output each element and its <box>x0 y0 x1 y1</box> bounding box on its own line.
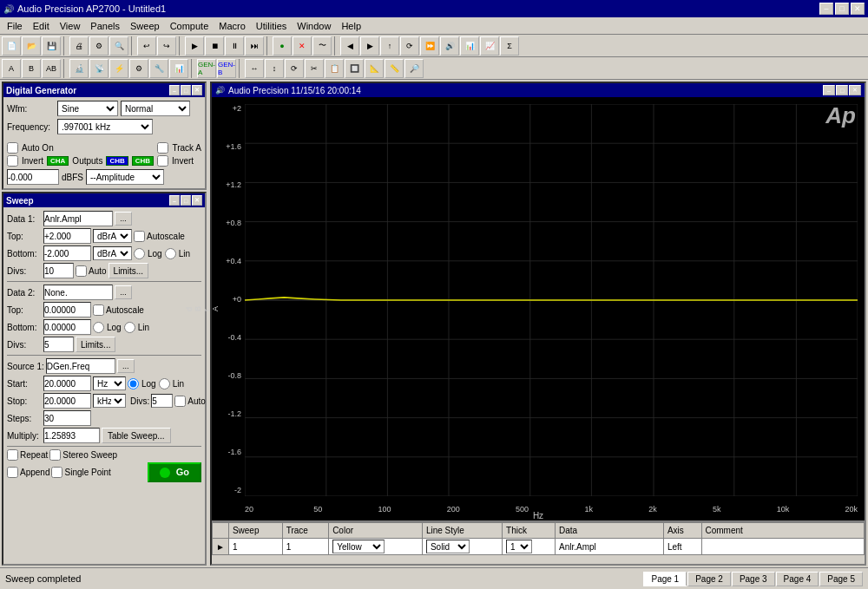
tb-btn-4[interactable]: ▶ <box>185 36 204 56</box>
tb-green[interactable]: ● <box>273 36 292 56</box>
tb-btn-15[interactable]: 📈 <box>480 36 499 56</box>
tb-new[interactable]: 📄 <box>2 36 21 56</box>
start-unit-select[interactable]: Hz <box>93 376 126 390</box>
bottom2-input[interactable] <box>43 319 91 335</box>
tb-btn-8[interactable]: ◀ <box>340 36 359 56</box>
menu-utilities[interactable]: Utilities <box>251 19 292 33</box>
menu-help[interactable]: Help <box>336 19 366 33</box>
page-tab-3[interactable]: Page 3 <box>732 572 775 586</box>
log3-radio[interactable] <box>128 378 139 389</box>
minimize-button[interactable]: – <box>819 3 833 15</box>
tb2-btn-13[interactable]: ✂ <box>305 59 324 78</box>
lin3-radio[interactable] <box>159 378 170 389</box>
go-button[interactable]: Go <box>148 462 201 482</box>
data2-input[interactable] <box>43 285 113 300</box>
gen-close-btn[interactable]: ✕ <box>192 85 202 95</box>
chart-close-btn[interactable]: ✕ <box>849 85 861 95</box>
tb2-btn-1[interactable]: A <box>2 59 21 78</box>
page-tab-5[interactable]: Page 5 <box>819 572 863 586</box>
tb2-btn-16[interactable]: 📐 <box>365 59 384 78</box>
track-a-checkbox[interactable] <box>157 142 168 154</box>
tb-btn-7[interactable]: ⏭ <box>245 36 264 56</box>
tb2-btn-15[interactable]: 🔲 <box>345 59 364 78</box>
top2-input[interactable] <box>43 302 91 317</box>
chart-maximize-btn[interactable]: □ <box>836 85 848 95</box>
close-button[interactable]: ✕ <box>851 3 865 15</box>
tb2-btn-12[interactable]: ⟳ <box>285 59 304 78</box>
menu-panels[interactable]: Panels <box>85 19 125 33</box>
source1-ellipsis[interactable]: ... <box>117 359 135 373</box>
tb-x[interactable]: ✕ <box>293 36 312 56</box>
color-select[interactable]: Yellow <box>332 540 385 553</box>
multiply-input[interactable] <box>43 428 100 443</box>
invert2-checkbox[interactable] <box>157 155 168 167</box>
tb2-gen-a[interactable]: GEN-A <box>197 59 216 78</box>
single-point-checkbox[interactable] <box>51 467 62 478</box>
tb-wave[interactable]: 〜 <box>312 36 332 56</box>
tb2-btn-3[interactable]: AB <box>42 59 61 78</box>
tb-btn-2[interactable]: ⚙ <box>89 36 108 56</box>
tb2-btn-14[interactable]: 📋 <box>325 59 344 78</box>
tb-btn-12[interactable]: ⏩ <box>420 36 439 56</box>
tb-btn-3[interactable]: 🔍 <box>109 36 128 56</box>
menu-sweep[interactable]: Sweep <box>125 19 165 33</box>
tb-save[interactable]: 💾 <box>42 36 61 56</box>
amplitude-select[interactable]: --Amplitude <box>86 169 164 185</box>
tb-btn-14[interactable]: 📊 <box>460 36 479 56</box>
menu-compute[interactable]: Compute <box>165 19 214 33</box>
bottom1-unit-select[interactable]: dBrA <box>93 246 132 260</box>
page-tab-2[interactable]: Page 2 <box>687 572 731 586</box>
gen-minimize-btn[interactable]: – <box>169 85 180 95</box>
data1-input[interactable] <box>43 211 113 226</box>
data1-ellipsis[interactable]: ... <box>115 212 132 226</box>
tb-btn-5[interactable]: ⏹ <box>205 36 224 56</box>
auto3-checkbox[interactable] <box>174 396 186 407</box>
tb-open[interactable]: 📂 <box>22 36 41 56</box>
tb-print[interactable]: 🖨 <box>69 36 89 56</box>
menu-macro[interactable]: Macro <box>214 19 251 33</box>
chart-minimize-btn[interactable]: – <box>823 85 835 95</box>
lin1-radio[interactable] <box>165 248 176 259</box>
auto1-checkbox[interactable] <box>76 265 87 277</box>
sweep-close-btn[interactable]: ✕ <box>192 195 202 206</box>
menu-view[interactable]: View <box>55 19 86 33</box>
steps-input[interactable] <box>43 410 91 426</box>
stop-input[interactable] <box>43 393 91 409</box>
tb2-btn-4[interactable]: 🔬 <box>69 59 89 78</box>
tb2-btn-2[interactable]: B <box>22 59 41 78</box>
line-style-select[interactable]: Solid <box>426 540 470 553</box>
table-sweep-btn[interactable]: Table Sweep... <box>102 428 171 443</box>
tb2-gen-b[interactable]: GEN-B <box>217 59 236 78</box>
amplitude-input[interactable] <box>7 169 59 185</box>
tb-btn-16[interactable]: Σ <box>500 36 519 56</box>
limits1-btn[interactable]: Limits... <box>108 263 148 278</box>
invert-checkbox[interactable] <box>7 155 18 167</box>
tb2-btn-8[interactable]: 🔧 <box>149 59 168 78</box>
gen-maximize-btn[interactable]: □ <box>181 85 191 95</box>
top1-unit-select[interactable]: dBrA <box>93 229 132 243</box>
autoscale2-checkbox[interactable] <box>93 304 104 316</box>
wfm-select[interactable]: Sine <box>57 101 118 116</box>
menu-window[interactable]: Window <box>292 19 336 33</box>
tb2-btn-18[interactable]: 🔎 <box>404 59 424 78</box>
tb-btn-9[interactable]: ▶ <box>360 36 379 56</box>
log2-radio[interactable] <box>93 322 104 333</box>
tb-btn-6[interactable]: ⏸ <box>225 36 244 56</box>
stop-unit-select[interactable]: kHz <box>93 394 126 408</box>
log1-radio[interactable] <box>134 248 145 259</box>
td-thick[interactable]: 1 <box>503 539 556 555</box>
bottom1-input[interactable] <box>43 245 91 261</box>
tb-btn-11[interactable]: ⟳ <box>400 36 419 56</box>
tb2-btn-6[interactable]: ⚡ <box>109 59 128 78</box>
start-input[interactable] <box>43 376 91 391</box>
tb-undo[interactable]: ↩ <box>137 36 156 56</box>
lin2-radio[interactable] <box>124 322 135 333</box>
top1-input[interactable] <box>43 228 91 244</box>
stereo-sweep-checkbox[interactable] <box>49 449 61 461</box>
page-tab-1[interactable]: Page 1 <box>643 572 687 586</box>
sweep-minimize-btn[interactable]: – <box>169 195 180 206</box>
divs3-input[interactable] <box>151 394 173 408</box>
tb2-btn-17[interactable]: 📏 <box>385 59 404 78</box>
source1-input[interactable] <box>46 358 115 374</box>
sweep-maximize-btn[interactable]: □ <box>181 195 191 206</box>
